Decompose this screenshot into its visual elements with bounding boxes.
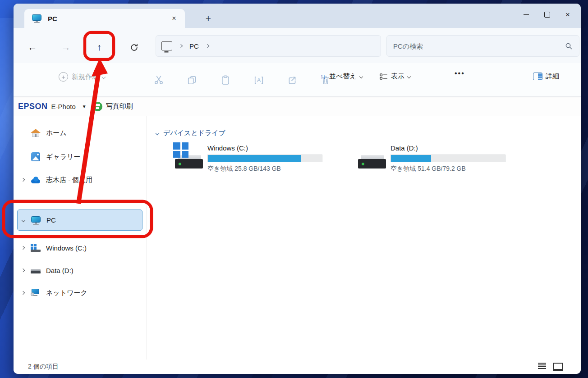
sidebar-item-label: Windows (C:) — [46, 244, 87, 252]
drive-icon — [31, 269, 41, 274]
ellipsis-icon: ••• — [455, 69, 465, 77]
section-header-devices[interactable]: デバイスとドライブ — [156, 129, 225, 137]
copy-button[interactable] — [182, 70, 202, 90]
refresh-icon — [130, 43, 138, 52]
section-title: デバイスとドライブ — [163, 129, 225, 137]
new-label: 新規作成 — [72, 73, 99, 81]
free-space-label: 空き領域 51.4 GB/79.2 GB — [390, 165, 505, 173]
cut-icon — [154, 75, 164, 85]
address-bar[interactable]: PC — [156, 35, 381, 57]
details-button[interactable]: 詳細 — [533, 72, 559, 81]
photo-print-button[interactable]: 写真印刷 — [106, 102, 133, 111]
close-icon: × — [565, 11, 570, 18]
capacity-bar — [207, 155, 322, 162]
search-input[interactable] — [387, 42, 565, 50]
paste-icon — [220, 75, 230, 85]
drive-tile-windows-c[interactable]: Windows (C:) 空き領域 25.8 GB/143 GB — [172, 143, 330, 179]
view-label: 表示 — [391, 72, 404, 81]
maximize-icon — [544, 12, 550, 18]
network-icon — [31, 289, 41, 297]
forward-button[interactable]: → — [57, 38, 75, 56]
copy-icon — [187, 75, 197, 85]
more-button[interactable]: ••• — [455, 69, 465, 77]
maximize-button[interactable] — [537, 5, 557, 23]
epson-addon-bar: EPSON E-Photo ▼ 写真印刷 — [14, 97, 581, 116]
thumbnail-view-toggle[interactable] — [553, 363, 563, 371]
home-icon — [31, 129, 41, 137]
sidebar-item-label: ネットワーク — [46, 289, 87, 297]
drive-icon — [355, 143, 390, 170]
epson-logo: EPSON — [18, 102, 48, 111]
windows-logo-icon — [173, 142, 188, 158]
new-tab-button[interactable]: + — [199, 10, 217, 27]
sidebar-item-network[interactable]: ネットワーク — [17, 282, 142, 304]
view-icon — [380, 73, 388, 80]
breadcrumb-chevron-icon — [206, 44, 209, 48]
monitor-outline-icon — [161, 41, 172, 50]
navigation-bar: ← → ↑ PC — [14, 28, 581, 63]
minimize-button[interactable] — [516, 5, 537, 23]
free-space-label: 空き領域 25.8 GB/143 GB — [207, 165, 322, 173]
sidebar-divider — [19, 200, 134, 201]
chevron-down-icon — [407, 74, 411, 78]
chevron-right-icon — [21, 269, 25, 272]
pc-monitor-icon — [31, 216, 41, 225]
up-button[interactable]: ↑ — [90, 38, 108, 56]
close-button[interactable]: × — [557, 5, 578, 23]
share-icon — [287, 75, 297, 85]
edit-icon-group: A — [149, 70, 335, 90]
breadcrumb-chevron-icon — [179, 44, 183, 48]
window-controls: × — [516, 5, 578, 23]
list-view-toggle[interactable] — [538, 363, 546, 369]
sidebar-item-label: PC — [46, 216, 56, 224]
chevron-down-icon — [102, 75, 106, 78]
drive-name: Windows (C:) — [207, 144, 322, 152]
gallery-icon — [31, 152, 40, 161]
drive-tile-data-d[interactable]: Data (D:) 空き領域 51.4 GB/79.2 GB — [355, 143, 513, 179]
pc-monitor-icon — [32, 14, 42, 23]
chevron-down-icon — [359, 74, 363, 78]
epson-app-name: E-Photo — [51, 103, 76, 110]
refresh-button[interactable] — [125, 38, 143, 56]
chevron-down-icon — [156, 131, 159, 135]
explorer-body: ホーム ギャラリー 志木店 - 個人用 PC Windows (C — [14, 116, 581, 360]
view-button[interactable]: 表示 — [380, 72, 410, 81]
sidebar-item-gallery[interactable]: ギャラリー — [17, 146, 142, 168]
photo-print-icon — [93, 102, 102, 111]
search-box — [386, 35, 579, 57]
search-icon — [565, 42, 573, 50]
svg-text:A: A — [257, 77, 261, 83]
sort-button[interactable]: ↑↓ 並べ替え — [320, 72, 363, 81]
file-explorer-window: PC × + × ← → ↑ PC — [14, 4, 581, 374]
tab-close-icon[interactable]: × — [168, 12, 180, 25]
item-count-label: 2 個の項目 — [28, 363, 538, 371]
onedrive-icon — [30, 177, 41, 183]
capacity-bar — [390, 155, 505, 162]
sort-icon: ↑↓ — [320, 73, 325, 80]
windows-drive-icon — [172, 143, 207, 170]
sort-label: 並べ替え — [329, 72, 357, 81]
tab-pc[interactable]: PC × — [24, 9, 185, 28]
share-button[interactable] — [282, 70, 302, 90]
chevron-right-icon — [21, 178, 25, 182]
cut-button[interactable] — [149, 70, 169, 90]
sidebar-item-windows-c[interactable]: Windows (C:) — [17, 237, 142, 259]
paste-button[interactable] — [216, 70, 235, 90]
details-pane-icon — [533, 73, 542, 80]
status-bar: 2 個の項目 — [14, 360, 581, 374]
tab-strip: PC × + × — [14, 4, 581, 28]
rename-button[interactable]: A — [249, 70, 269, 90]
plus-icon: + — [59, 72, 68, 82]
sidebar-item-label: 志木店 - 個人用 — [46, 176, 92, 184]
sidebar-item-data-d[interactable]: Data (D:) — [17, 260, 142, 281]
back-button[interactable]: ← — [23, 38, 41, 56]
new-button[interactable]: + 新規作成 — [59, 72, 105, 82]
chevron-down-icon — [22, 218, 25, 222]
breadcrumb-item-pc[interactable]: PC — [189, 42, 199, 50]
epson-dropdown-icon[interactable]: ▼ — [82, 104, 87, 109]
details-label: 詳細 — [546, 72, 559, 81]
sidebar-item-onedrive[interactable]: 志木店 - 個人用 — [17, 169, 142, 191]
sidebar-item-pc[interactable]: PC — [17, 209, 142, 231]
command-toolbar: + 新規作成 — [14, 63, 581, 97]
sidebar-item-home[interactable]: ホーム — [17, 122, 142, 144]
